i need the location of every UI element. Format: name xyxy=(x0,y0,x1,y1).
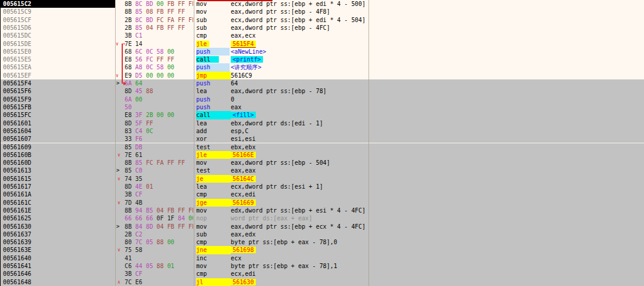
operand: eax xyxy=(231,104,242,110)
mnemonic: sub xyxy=(196,230,231,238)
operand: eax,edx xyxy=(231,231,256,238)
address-cell: 00561639 xyxy=(3,238,110,246)
address-cell: 00561615 xyxy=(3,175,110,183)
disasm-row[interactable]: 0056163980 7C 05 88 00cmpbyte ptr ss:[eb… xyxy=(1,238,644,246)
instruction-cell: call<printf> xyxy=(196,56,369,63)
disasm-row[interactable]: 0056160483 C4 0Caddesp,C xyxy=(1,127,644,135)
disasm-row[interactable]: 005615C28B 8C BD 00 FB FF FFmovecx,dword… xyxy=(1,0,644,8)
disasm-row[interactable]: 0056160985 DBtestebx,ebx xyxy=(1,143,644,151)
instruction-cell: incecx xyxy=(196,254,369,262)
disasm-row[interactable]: 00561630>8B 84 8D 04 FB FF FFmoveax,dwor… xyxy=(1,223,644,230)
instruction-cell: leaebx,dword ptr ds:[edi - 1] xyxy=(196,119,369,127)
mnemonic: cmp xyxy=(196,32,231,39)
disasm-row[interactable]: 005615FB50pusheax xyxy=(1,103,644,111)
disasm-row[interactable]: 005615DC3B C1cmpeax,ecx xyxy=(1,32,644,39)
disasm-row[interactable]: 0056164041incecx xyxy=(1,254,644,262)
address-cell: 005615DE xyxy=(3,40,110,48)
bytes-cell: 3B CF xyxy=(125,190,193,198)
operand: 0 xyxy=(231,96,234,103)
disasm-row[interactable]: 00561615∨74 35je56164C xyxy=(1,175,644,183)
mnemonic: inc xyxy=(196,254,231,262)
mnemonic: jle xyxy=(196,40,231,48)
disasm-row[interactable]: 005616463B CFcmpecx,edi xyxy=(1,270,644,278)
disasm-row[interactable]: 005615DE∨7E 14jle5615F4 xyxy=(1,40,644,48)
disasm-row[interactable]: 0056160D8B 85 FC FA FF FFmoveax,dword pt… xyxy=(1,159,644,167)
operand: eax,dword ptr ss:[ebp - 4FC] xyxy=(231,24,330,31)
bytes-cell: 3B C1 xyxy=(125,32,193,39)
bytes-cell: 41 xyxy=(125,254,193,262)
address-cell: 0056161C xyxy=(3,199,110,207)
disasm-row[interactable]: 005615E5E8 56 FC FF FFcall<printf> xyxy=(1,56,644,63)
disasm-row[interactable]: 0056160733 F6xoresi,esi xyxy=(1,135,644,143)
disasm-row[interactable]: 005615EA68 A8 0C 58 00push<讲究顺序> xyxy=(1,63,644,71)
disasm-row[interactable]: 0056163E∨75 58jne561698 xyxy=(1,246,644,254)
bytes-cell: 68 A8 0C 58 00 xyxy=(125,63,193,71)
bytes-cell: 7C E6 xyxy=(125,278,193,286)
address-cell: 00561648 xyxy=(3,278,110,286)
operand: <fill> xyxy=(231,112,256,118)
mnemonic: push xyxy=(196,48,231,56)
operand: 561669 xyxy=(231,199,256,206)
mnemonic: add xyxy=(196,127,231,135)
disasm-row[interactable]: 005615E068 6C 0C 58 00push<aNewLine> xyxy=(1,48,644,56)
disasm-row[interactable]: 005615F68D 45 88leaeax,dword ptr ss:[ebp… xyxy=(1,87,644,95)
instruction-cell: testeax,eax xyxy=(196,167,369,174)
disasm-row[interactable]: 0056161E8B 94 B5 04 FB FF FFmovedx,dword… xyxy=(1,207,644,214)
address-cell: 0056161A xyxy=(3,190,110,198)
operand: <aNewLine> xyxy=(231,48,266,55)
address-cell: 005615CF xyxy=(3,16,110,24)
disasm-row[interactable]: 0056161A3B CFcmpecx,edi xyxy=(1,190,644,198)
disasm-row[interactable]: 005615FCE8 3F 2B 00 00call<fill> xyxy=(1,111,644,119)
instruction-cell: push<讲究顺序> xyxy=(196,63,369,71)
address-cell: 005615E0 xyxy=(3,48,110,56)
disassembly-pane[interactable]: 005615C28B 8C BD 00 FB FF FFmovecx,dword… xyxy=(0,0,644,286)
operand: edx,dword ptr ss:[ebp + esi * 4 - 4FC] xyxy=(231,207,366,214)
bytes-cell: 8D 5F FF xyxy=(125,119,193,127)
disasm-row[interactable]: 005615F96A 00push0 xyxy=(1,96,644,103)
address-cell: 00561601 xyxy=(3,119,110,127)
mnemonic: push xyxy=(196,96,231,103)
disasm-row[interactable]: 0056161C∨7D 4Bjge561669 xyxy=(1,199,644,207)
disasm-row[interactable]: 005615C98B 85 08 FB FF FFmoveax,dword pt… xyxy=(1,8,644,16)
disasm-row[interactable]: 00561648∧7C E6jl561630 xyxy=(1,278,644,286)
disasm-row[interactable]: 005616018D 5F FFleaebx,dword ptr ds:[edi… xyxy=(1,119,644,127)
disasm-row[interactable]: 005615CF2B 8C BD FC FA FF FFsubecx,dword… xyxy=(1,16,644,24)
address-cell: 005615E5 xyxy=(3,56,110,63)
address-cell: 0056163E xyxy=(3,246,110,254)
address-cell: 00561604 xyxy=(3,127,110,135)
bytes-cell: 2B 85 04 FB FF FF xyxy=(125,24,193,32)
operand: eax,dword ptr ss:[ebp - 4F8] xyxy=(231,8,330,15)
operand: ebx,dword ptr ds:[edi - 1] xyxy=(231,120,323,127)
disasm-row[interactable]: 0056162566 66 66 0F 1F 84 00 00 00 00 00… xyxy=(1,214,644,222)
address-cell: 0056160B xyxy=(3,151,110,159)
disasm-row[interactable]: 00561613>85 C0testeax,eax xyxy=(1,167,644,174)
disasm-row[interactable]: 005616372B C2subeax,edx xyxy=(1,230,644,238)
address-cell: 005615F9 xyxy=(3,96,110,103)
disasm-row[interactable]: 00561641C6 44 05 88 01movbyte ptr ss:[eb… xyxy=(1,262,644,270)
bytes-cell: C6 44 05 88 01 xyxy=(125,262,193,270)
bytes-cell: 8B 8C BD 00 FB FF FF xyxy=(125,0,193,8)
separator-disasm-right xyxy=(369,0,369,286)
operand: byte ptr ss:[ebp + eax - 78],0 xyxy=(231,239,337,245)
mnemonic: cmp xyxy=(196,190,231,198)
bytes-cell: 7E 14 xyxy=(125,40,193,48)
disasm-row[interactable]: 005615D62B 85 04 FB FF FFsubeax,dword pt… xyxy=(1,24,644,32)
address-cell: 00561637 xyxy=(3,230,110,238)
address-cell: 00561613 xyxy=(3,167,110,174)
bytes-cell: E8 56 FC FF FF xyxy=(125,56,193,63)
jump-line-arrowhead-icon xyxy=(123,82,126,85)
disasm-row[interactable]: 005616178D 4E 01leaecx,dword ptr ds:[esi… xyxy=(1,183,644,190)
disasm-row[interactable]: 005615EF∨E9 D5 00 00 00jmp5616C9 xyxy=(1,72,644,79)
bytes-cell: 80 7C 05 88 00 xyxy=(125,238,193,246)
mnemonic: jge xyxy=(196,199,231,207)
bytes-cell: 85 C0 xyxy=(125,167,193,174)
disasm-row[interactable]: 005615F4>6A 64push64 xyxy=(1,79,644,87)
bytes-cell: 7D 4B xyxy=(125,199,193,207)
operand: word ptr ds:[eax + eax] xyxy=(231,215,312,222)
bytes-cell: 2B 8C BD FC FA FF FF xyxy=(125,16,193,24)
bytes-cell: 33 F6 xyxy=(125,135,193,143)
address-cell: 00561617 xyxy=(3,183,110,190)
bytes-cell: 2B C2 xyxy=(125,230,193,238)
disasm-row[interactable]: 0056160B∨7E 61jle56166E xyxy=(1,151,644,159)
instruction-cell: jge561669 xyxy=(196,199,369,207)
